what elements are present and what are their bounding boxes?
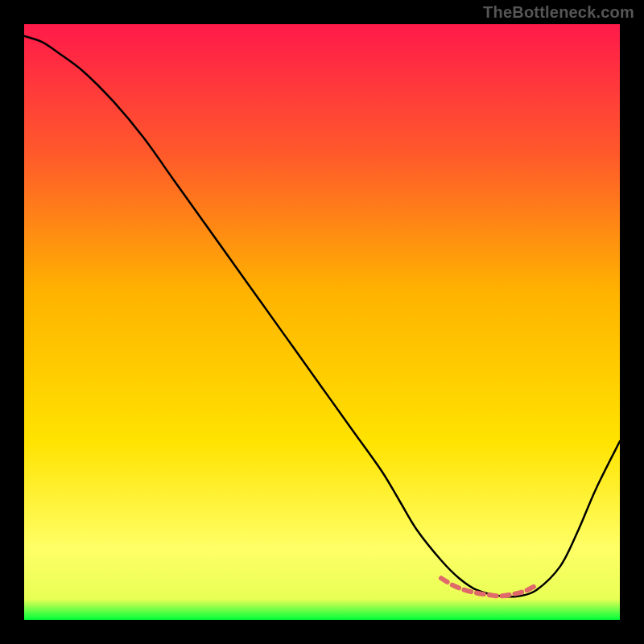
plot-svg xyxy=(24,24,620,620)
chart-frame: TheBottleneck.com xyxy=(0,0,644,644)
gradient-rect xyxy=(24,24,620,620)
plot-area xyxy=(24,24,620,620)
watermark-text: TheBottleneck.com xyxy=(483,3,634,22)
